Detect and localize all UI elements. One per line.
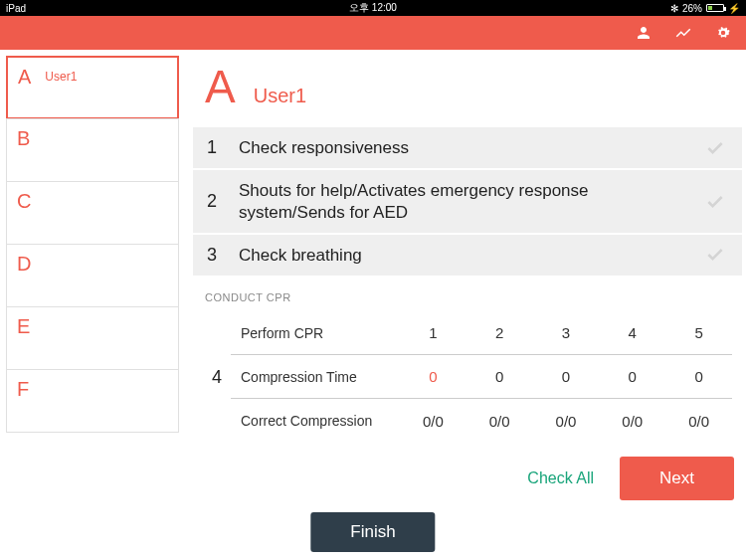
cpr-data-row: Compression Time00000 [231,355,732,399]
step-number: 3 [207,245,221,266]
device-label: iPad [6,3,26,14]
bluetooth-icon: ✻ [670,3,678,14]
step-row[interactable]: 3Check breathing [193,235,742,276]
cpr-cell[interactable]: 0 [665,368,732,385]
step-number: 2 [207,191,221,212]
cpr-cell[interactable]: 0/0 [533,413,600,430]
sidebar-letter: A [18,66,31,89]
cpr-row-label: Compression Time [231,369,400,385]
sidebar: AUser1BCDEF [0,50,185,560]
app-header [0,16,746,50]
sidebar-name: User1 [45,70,77,84]
battery-percent: 26% [682,3,702,14]
step-number: 1 [207,137,221,158]
cpr-step-number: 4 [203,311,231,443]
sidebar-letter: D [17,253,31,276]
cpr-cell[interactable]: 0/0 [599,413,665,430]
cpr-cell[interactable]: 0 [533,368,600,385]
sidebar-letter: B [17,127,30,150]
cpr-cell: 3 [533,324,600,341]
sidebar-item-f[interactable]: F [6,369,179,433]
cpr-cell[interactable]: 0 [466,368,533,385]
chart-icon[interactable] [674,24,692,42]
cpr-data-row: Correct Compression0/00/00/00/00/0 [231,399,732,443]
check-icon[interactable] [702,245,728,265]
battery-icon [706,4,724,12]
cpr-cell[interactable]: 0 [599,368,665,385]
check-icon[interactable] [702,192,728,212]
step-text: Shouts for help/Activates emergency resp… [239,180,684,223]
check-all-button[interactable]: Check All [527,469,594,487]
steps-list: 1Check responsiveness2Shouts for help/Ac… [193,127,742,276]
clock: 오후 12:00 [349,1,397,15]
step-row[interactable]: 2Shouts for help/Activates emergency res… [193,170,742,233]
user-name: User1 [254,85,306,107]
sidebar-item-a[interactable]: AUser1 [6,56,179,119]
sidebar-item-e[interactable]: E [6,306,179,370]
cpr-row-label: Perform CPR [231,325,400,341]
cpr-cell: 2 [466,324,533,341]
bottom-actions: Check All Next [501,451,734,506]
user-icon[interactable] [635,24,653,42]
sidebar-letter: F [17,378,29,401]
user-letter: A [205,60,236,113]
finish-button[interactable]: Finish [310,512,435,552]
cpr-cell[interactable]: 0/0 [466,413,533,430]
check-icon[interactable] [702,138,728,158]
section-label: CONDUCT CPR [193,276,742,311]
sidebar-item-c[interactable]: C [6,181,179,245]
cpr-cell: 1 [400,324,466,341]
cpr-cell[interactable]: 0/0 [400,413,466,430]
step-text: Check responsiveness [239,137,684,158]
sidebar-letter: E [17,315,30,338]
charging-icon: ⚡ [728,3,740,14]
content-header: A User1 [193,54,742,127]
cpr-table: 4 Perform CPR12345Compression Time00000C… [193,311,742,443]
cpr-grid: Perform CPR12345Compression Time00000Cor… [231,311,732,443]
gear-icon[interactable] [714,24,732,42]
cpr-cell: 4 [599,324,665,341]
cpr-row-label: Correct Compression [231,413,400,429]
cpr-header-row: Perform CPR12345 [231,311,732,355]
cpr-cell[interactable]: 0/0 [665,413,732,430]
status-bar: iPad 오후 12:00 ✻ 26% ⚡ [0,0,746,16]
status-right: ✻ 26% ⚡ [670,3,740,14]
sidebar-letter: C [17,190,31,213]
next-button[interactable]: Next [620,457,734,500]
sidebar-item-b[interactable]: B [6,118,179,182]
cpr-cell[interactable]: 0 [400,368,466,385]
step-row[interactable]: 1Check responsiveness [193,127,742,168]
cpr-cell: 5 [665,324,732,341]
sidebar-item-d[interactable]: D [6,244,179,307]
step-text: Check breathing [239,245,684,266]
